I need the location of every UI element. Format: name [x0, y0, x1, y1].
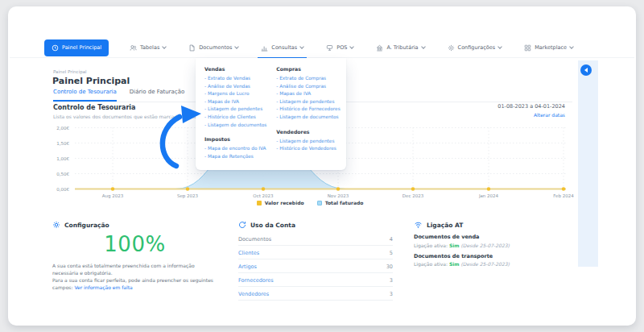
usage-label-link[interactable]: Artigos — [238, 264, 257, 270]
menu-item-mapa-retencoes[interactable]: Mapa de Retenções — [204, 153, 266, 161]
usage-value: 3 — [390, 277, 393, 284]
at-entry-transporte: Documentos de transporte Ligação ativa: … — [414, 253, 568, 268]
menu-item-historico-de-clientes[interactable]: Histórico de Clientes — [204, 114, 266, 122]
chevron-down-icon — [162, 44, 167, 49]
document-icon — [188, 44, 196, 52]
menu-item-analise-de-compras[interactable]: Análise de Compras — [276, 83, 340, 91]
chart-legend: Valor recebido Total faturado — [44, 200, 576, 205]
nav-label: Documentos — [199, 44, 232, 51]
wifi-icon — [414, 221, 423, 229]
nav-label: Painel Principal — [62, 44, 101, 51]
y-tick: 1,50€ — [56, 141, 69, 146]
x-tick: Nov 2023 — [328, 193, 349, 198]
nav-label: Marketplace — [535, 44, 567, 51]
menu-item-mapas-de-iva[interactable]: Mapas de IVA — [204, 98, 266, 106]
date-range: 01-08-2023 a 04-01-2024 — [497, 103, 565, 110]
nav-label: Consultas — [271, 44, 297, 51]
menu-item-historico-de-vendedores[interactable]: Histórico de Vendedores — [276, 145, 340, 153]
at-status-since: (Desde 25-07-2023) — [460, 243, 509, 248]
ligacao-at-title: Ligação AT — [427, 222, 463, 229]
right-panel-strip — [578, 60, 598, 267]
usage-value: 30 — [386, 264, 393, 270]
missing-info-link[interactable]: Ver informação em falta — [74, 284, 132, 290]
menu-item-listagem-de-documentos-compras[interactable]: Listagem de documentos — [276, 114, 340, 122]
usage-refresh-icon — [238, 221, 246, 229]
tab-diario-de-faturacao[interactable]: Diário de Faturação — [130, 89, 184, 102]
page-title: Painel Principal — [52, 76, 130, 86]
tab-controlo-de-tesouraria[interactable]: Controlo de Tesouraria — [53, 89, 117, 102]
x-tick: Aug 2023 — [102, 193, 124, 199]
menu-item-margens-de-lucro[interactable]: Margens de Lucro — [204, 90, 266, 98]
menu-section-compras: Compras — [276, 66, 340, 72]
pos-display-icon — [326, 44, 333, 52]
expand-panel-button[interactable] — [580, 64, 592, 76]
clock-icon — [52, 44, 59, 52]
configuracao-text: A sua conta está totalmente preenchida c… — [52, 262, 217, 291]
menu-item-extrato-de-vendas[interactable]: Extrato de Vendas — [204, 75, 266, 83]
usage-value: 4 — [390, 236, 393, 243]
bottom-widgets: Configuração 100% A sua conta está total… — [52, 221, 569, 301]
nav-consultas[interactable]: Consultas — [259, 40, 305, 56]
change-dates-link[interactable]: Alterar datas — [497, 112, 565, 118]
completion-percent: 100% — [52, 232, 217, 256]
menu-item-listagem-de-pendentes-compras[interactable]: Listagem de pendentes — [276, 98, 340, 106]
menu-column-left: Vendas Extrato de Vendas Análise de Vend… — [204, 66, 266, 160]
section-title: Controlo de Tesouraria — [53, 104, 136, 111]
nav-documentos[interactable]: Documentos — [187, 40, 240, 56]
menu-item-mapa-encontro-iva[interactable]: Mapa de encontro do IVA — [204, 145, 266, 153]
at-entry-venda: Documentos de venda Ligação ativa: Sim (… — [414, 234, 568, 248]
legend-total-faturado: Total faturado — [317, 200, 364, 205]
legend-swatch-yellow — [257, 201, 262, 205]
nav-a-tributaria[interactable]: A. Tributária — [374, 40, 426, 56]
usage-label-link[interactable]: Clientes — [238, 250, 259, 256]
at-entry-title: Documentos de transporte — [414, 253, 568, 259]
nav-pos[interactable]: POS — [324, 40, 355, 56]
period-selector: 01-08-2023 a 04-01-2024 Alterar datas — [497, 103, 565, 118]
bar-chart-icon — [261, 44, 268, 52]
uso-da-conta-header: Uso da Conta — [238, 221, 393, 229]
users-icon — [130, 44, 137, 52]
configuracao-line1: A sua conta está totalmente preenchida c… — [52, 263, 195, 276]
configuracao-card: Configuração 100% A sua conta está total… — [52, 221, 217, 301]
menu-section-impostos: Impostos — [204, 136, 266, 142]
chevron-down-icon — [235, 44, 240, 49]
usage-label-link[interactable]: Fornecedores — [238, 277, 274, 284]
menu-item-listagem-de-pendentes-vendedores[interactable]: Listagem de pendentes — [276, 138, 340, 146]
nav-configuracoes[interactable]: Configurações — [446, 40, 504, 56]
legend-label: Total faturado — [325, 200, 364, 205]
nav-label: Tabelas — [140, 44, 159, 51]
section-subtitle: Lista os valores dos documentos que estã… — [53, 114, 213, 119]
menu-item-extrato-de-compras[interactable]: Extrato de Compras — [276, 75, 340, 83]
legend-label: Valor recebido — [265, 200, 304, 205]
top-nav: Painel Principal Tabelas Documentos Cons… — [44, 37, 575, 58]
chevron-down-icon — [421, 44, 426, 49]
at-entry-status: Ligação ativa: Sim (Desde 25-07-2023) — [414, 243, 568, 248]
chevron-down-icon — [299, 44, 304, 49]
ligacao-at-header: Ligação AT — [414, 221, 568, 229]
nav-marketplace[interactable]: Marketplace — [522, 40, 575, 56]
nav-label: A. Tributária — [386, 44, 418, 51]
usage-rows: Documentos 4 Clientes 5 Artigos 30 Forne… — [238, 232, 393, 301]
y-tick: 2,00€ — [56, 126, 69, 131]
menu-section-vendedores: Vendedores — [276, 129, 340, 135]
menu-item-analise-de-vendas[interactable]: Análise de Vendas — [204, 83, 266, 91]
menu-item-historico-de-fornecedores[interactable]: Histórico de Fornecedores — [276, 106, 340, 114]
usage-row-documentos: Documentos 4 — [238, 232, 393, 246]
government-building-icon — [376, 44, 383, 52]
nav-painel-principal[interactable]: Painel Principal — [44, 39, 109, 56]
menu-column-right: Compras Extrato de Compras Análise de Co… — [276, 66, 340, 160]
menu-item-listagem-de-documentos-vendas[interactable]: Listagem de documentos — [204, 122, 266, 130]
usage-value: 5 — [390, 250, 393, 256]
menu-item-mapas-de-iva-compras[interactable]: Mapas de IVA — [276, 90, 340, 98]
usage-value: 3 — [390, 291, 393, 297]
nav-label: Configurações — [458, 44, 496, 51]
gear-icon — [52, 221, 60, 229]
breadcrumb[interactable]: Painel Principal — [53, 69, 87, 74]
legend-valor-recebido: Valor recebido — [257, 200, 304, 205]
menu-item-listagem-de-pendentes-vendas[interactable]: Listagem de pendentes — [204, 106, 266, 114]
consultas-dropdown-menu: Vendas Extrato de Vendas Análise de Vend… — [196, 58, 346, 170]
at-status-value: Sim — [449, 243, 460, 248]
nav-tabelas[interactable]: Tabelas — [128, 40, 167, 56]
chevron-down-icon — [497, 44, 502, 49]
usage-label-link[interactable]: Vendedores — [238, 291, 269, 297]
